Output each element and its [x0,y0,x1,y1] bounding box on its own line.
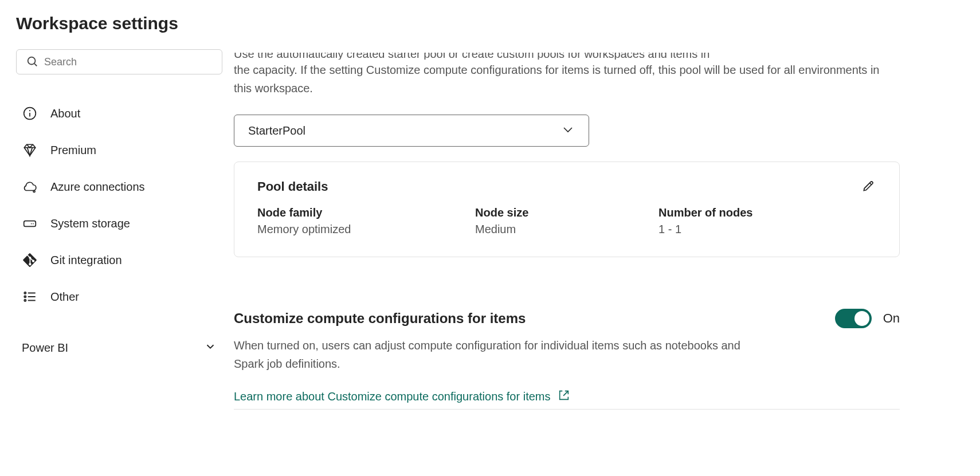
svg-rect-6 [24,221,36,227]
diamond-icon [22,142,38,158]
info-icon [22,105,38,121]
search-input[interactable] [44,56,213,68]
sidebar-item-label: Other [50,290,79,304]
customize-section: Customize compute configurations for ite… [234,309,900,410]
search-field[interactable] [16,49,222,74]
sidebar-item-system-storage[interactable]: System storage [16,205,222,242]
sidebar-item-premium[interactable]: Premium [16,132,222,168]
search-icon [26,55,44,69]
svg-line-15 [870,183,872,184]
chevron-down-icon [204,340,217,356]
chevron-down-icon [561,123,575,139]
sidebar-item-about[interactable]: About [16,95,222,132]
pool-details-title: Pool details [257,179,328,194]
svg-point-8 [31,223,32,225]
cloud-icon [22,179,38,195]
list-icon [22,289,38,305]
sidebar-item-label: System storage [50,217,130,230]
pool-select-value: StarterPool [248,124,305,137]
svg-point-5 [33,191,35,192]
sidebar-item-label: Premium [50,144,96,157]
sidebar-item-azure-connections[interactable]: Azure connections [16,168,222,205]
sidebar-item-label: Azure connections [50,180,145,194]
node-size-label: Node size [475,206,658,219]
sidebar-group-power-bi[interactable]: Power BI [16,330,222,366]
svg-line-16 [563,391,568,396]
svg-point-10 [24,296,26,297]
pool-description: the capacity. If the setting Customize c… [234,61,900,97]
customize-title: Customize compute configurations for ite… [234,310,526,326]
customize-learn-more-link[interactable]: Learn more about Customize compute confi… [234,389,570,407]
svg-point-7 [33,223,34,225]
svg-line-1 [34,64,37,66]
customize-toggle-state: On [883,311,900,326]
svg-point-0 [28,57,36,64]
num-nodes-value: 1 - 1 [658,223,876,236]
sidebar-item-label: About [50,107,80,120]
pool-desc-cropped-line: Use the automatically created starter po… [234,53,900,60]
svg-point-9 [24,292,26,294]
svg-point-4 [29,110,30,111]
storage-icon [22,215,38,231]
git-icon [22,252,38,268]
node-family-label: Node family [257,206,475,219]
pool-details-card: Pool details Node family Memory optimize… [234,162,900,257]
svg-point-11 [24,300,26,301]
section-divider [234,409,900,410]
sidebar-item-git-integration[interactable]: Git integration [16,242,222,278]
customize-toggle[interactable] [835,309,872,328]
node-family-value: Memory optimized [257,223,475,236]
num-nodes-label: Number of nodes [658,206,876,219]
learn-more-text: Learn more about Customize compute confi… [234,390,551,403]
sidebar-item-label: Git integration [50,254,122,267]
pencil-icon [861,186,876,195]
sidebar-group-label: Power BI [22,341,68,355]
node-size-value: Medium [475,223,658,236]
customize-description: When turned on, users can adjust compute… [234,336,767,373]
page-title: Workspace settings [16,14,964,33]
pool-select[interactable]: StarterPool [234,115,589,147]
external-link-icon [558,389,570,404]
sidebar-item-other[interactable]: Other [16,278,222,315]
edit-pool-button[interactable] [861,178,876,195]
